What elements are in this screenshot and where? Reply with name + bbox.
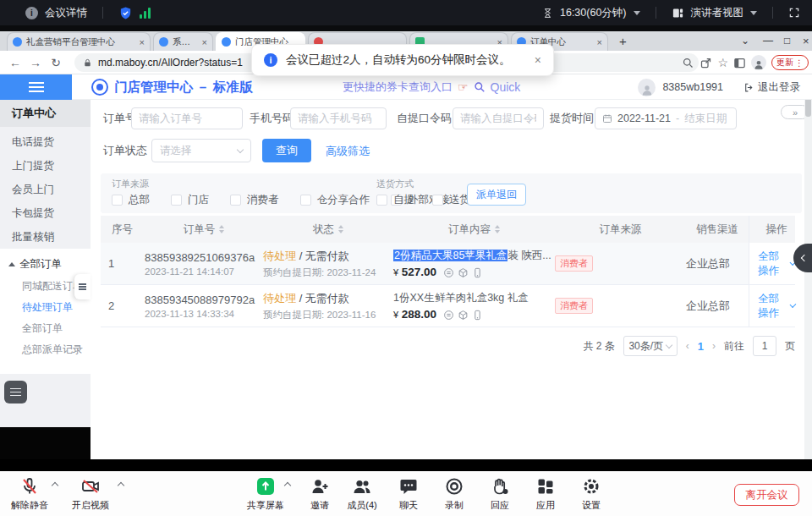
pointing-hand-icon: ☞ xyxy=(458,80,469,94)
user-avatar[interactable] xyxy=(638,79,656,96)
app-logo xyxy=(91,79,108,96)
checkbox-consumer[interactable] xyxy=(230,195,241,206)
tab-close-icon[interactable]: × xyxy=(140,37,145,47)
logout-button[interactable]: 退出登录 xyxy=(758,80,800,95)
security-shield-icon[interactable] xyxy=(118,6,133,20)
receipt-icon[interactable] xyxy=(443,267,454,278)
browser-tab-1[interactable]: 礼盒营销平台管理中心 × xyxy=(7,32,151,51)
checkbox-warehouse-share[interactable] xyxy=(300,195,311,206)
record-icon xyxy=(444,476,464,497)
sort-icon[interactable] xyxy=(338,225,343,233)
share-icon[interactable] xyxy=(700,57,712,69)
divider xyxy=(102,7,103,19)
checkbox-hq[interactable] xyxy=(112,195,123,206)
username[interactable]: 8385wb1991 xyxy=(662,81,723,93)
sidebar-item-batch-verify[interactable]: 批量核销 xyxy=(0,225,91,249)
pickup-code-input[interactable] xyxy=(453,107,544,129)
sidebar-item-pending-orders[interactable]: 待处理订单 xyxy=(0,297,91,318)
order-no-input[interactable] xyxy=(131,107,243,129)
all-actions-dropdown[interactable]: 全部操作 xyxy=(758,250,795,278)
browser-tab-2[interactable]: 系统培训学习 × xyxy=(153,32,213,51)
next-page-button[interactable]: › xyxy=(712,340,716,352)
quick-word[interactable]: Quick xyxy=(491,80,521,94)
settings-button[interactable]: 设置 xyxy=(567,476,616,512)
search-button[interactable]: 查询 xyxy=(262,139,311,162)
table-row[interactable]: 2 83859345088979792a 2023-11-13 14:33:34… xyxy=(101,285,795,327)
checkbox-delivery[interactable] xyxy=(432,195,443,206)
advanced-filter-link[interactable]: 高级筛选 xyxy=(326,144,370,159)
new-tab-button[interactable]: + xyxy=(619,34,627,48)
record-button[interactable]: 录制 xyxy=(430,476,479,512)
sidebar-item-card-pickup[interactable]: 卡包提货 xyxy=(0,201,91,225)
checkbox-store[interactable] xyxy=(171,195,182,206)
meeting-details-label[interactable]: 会议详情 xyxy=(45,6,87,20)
view-dropdown-caret[interactable] xyxy=(750,11,757,15)
dispatch-return-button[interactable]: 派单退回 xyxy=(467,184,526,206)
side-panel-icon[interactable] xyxy=(733,57,746,69)
browser-menu-dots-icon[interactable]: ⋮ xyxy=(795,58,804,68)
sidebar-item-door-pickup[interactable]: 上门提货 xyxy=(0,154,91,178)
window-minimize-button[interactable]: — xyxy=(763,35,773,47)
quick-search-icon[interactable] xyxy=(474,81,486,93)
fullscreen-icon[interactable] xyxy=(788,7,800,19)
chat-button[interactable]: 聊天 xyxy=(384,476,433,512)
view-mode-label[interactable]: 演讲者视图 xyxy=(691,6,744,20)
sidebar-group-all-orders: 全部订单 同城配送订单 待处理订单 全部订单 总部派单记录 xyxy=(0,249,91,374)
pickup-date-note: 预约自提日期: 2023-11-16 xyxy=(263,309,393,321)
browser-update-button[interactable]: 更新 ⋮ xyxy=(771,55,809,70)
start-video-button[interactable]: 开启视频 xyxy=(66,476,115,512)
package-icon[interactable] xyxy=(458,310,469,321)
sidebar-drag-handle[interactable] xyxy=(74,274,91,299)
receipt-icon[interactable] xyxy=(443,310,454,321)
window-maximize-button[interactable]: □ xyxy=(784,35,790,47)
phone-icon[interactable] xyxy=(472,267,483,278)
prev-page-button[interactable]: ‹ xyxy=(686,340,689,352)
network-signal-icon[interactable] xyxy=(140,8,151,19)
sidebar-group-toggle[interactable]: 全部订单 xyxy=(0,252,91,276)
goto-page-input[interactable] xyxy=(753,336,776,356)
leave-meeting-button[interactable]: 离开会议 xyxy=(734,484,799,506)
zoom-icon[interactable] xyxy=(682,57,694,69)
video-options-chevron[interactable] xyxy=(118,482,124,489)
page-unit-label: 页 xyxy=(785,339,795,354)
sidebar-item-member-visit[interactable]: 会员上门 xyxy=(0,178,91,201)
order-number: 83859345088979792a xyxy=(145,294,263,306)
phone-input[interactable] xyxy=(290,107,387,129)
toast-close-icon[interactable]: × xyxy=(535,53,541,67)
window-close-button[interactable]: × xyxy=(803,35,809,47)
quick-entry-link[interactable]: 更快捷的券卡查询入口 xyxy=(343,80,453,95)
phone-icon[interactable] xyxy=(472,310,483,321)
reload-icon[interactable]: ↻ xyxy=(46,56,66,69)
reactions-button[interactable]: 回应 xyxy=(475,476,524,512)
share-screen-button[interactable]: 共享屏幕 xyxy=(241,476,290,512)
selected-text: 2份精品大果85苹果礼盒 xyxy=(393,250,508,261)
letterbox-block xyxy=(0,427,91,459)
current-page[interactable]: 1 xyxy=(698,340,704,353)
meeting-floating-toolbar-button[interactable] xyxy=(4,381,27,403)
window-menu-chevron[interactable]: ⌄ xyxy=(741,35,749,47)
order-status-select[interactable]: 请选择 xyxy=(151,139,251,162)
meeting-info-icon[interactable]: i xyxy=(25,7,38,19)
sidebar-item-phone-pickup[interactable]: 电话提货 xyxy=(0,130,91,154)
tab-close-icon[interactable]: × xyxy=(202,37,207,47)
sort-icon[interactable] xyxy=(495,225,500,233)
browser-profile-avatar[interactable] xyxy=(751,55,766,70)
sidebar-item-hq-dispatch-records[interactable]: 总部派单记录 xyxy=(0,339,91,360)
timer-dropdown-caret[interactable] xyxy=(634,11,640,15)
bookmark-star-icon[interactable]: ☆ xyxy=(717,56,728,69)
apps-button[interactable]: 应用 xyxy=(521,476,570,512)
table-row[interactable]: 1 83859389251069376a 2023-11-21 14:14:07… xyxy=(101,243,795,285)
sidebar-toggle-button[interactable] xyxy=(0,74,72,100)
sidebar-item-all-orders[interactable]: 全部订单 xyxy=(0,318,91,339)
sort-icon[interactable] xyxy=(219,225,224,233)
checkbox-self-pickup[interactable] xyxy=(376,195,387,206)
back-icon[interactable]: ← xyxy=(5,56,25,69)
tab-close-icon[interactable]: × xyxy=(597,37,602,47)
all-actions-dropdown[interactable]: 全部操作 xyxy=(758,292,795,321)
date-range-picker[interactable]: 2022-11-21 - 结束日期 xyxy=(595,107,737,129)
page-size-select[interactable]: 30条/页 xyxy=(623,336,678,356)
package-icon[interactable] xyxy=(458,267,469,278)
forward-icon[interactable]: → xyxy=(25,56,46,69)
unmute-button[interactable]: 解除静音 xyxy=(5,476,54,512)
members-button[interactable]: 成员(4) xyxy=(337,476,387,512)
